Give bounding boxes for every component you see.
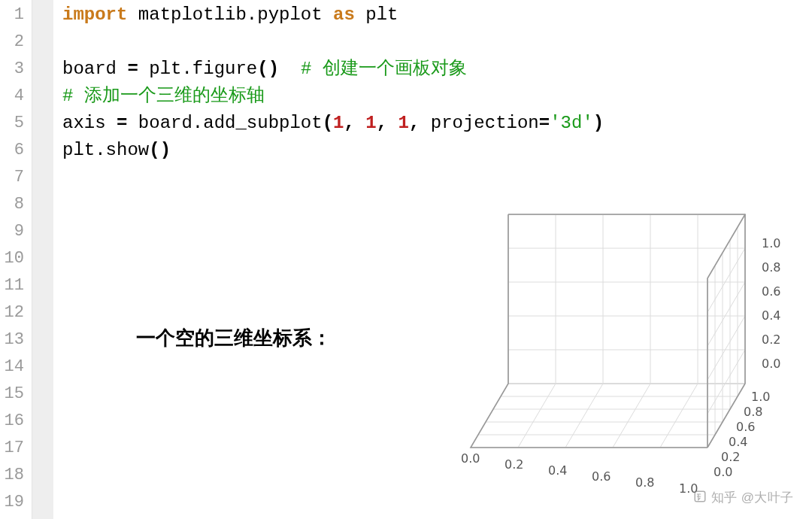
svg-line-11 [707, 350, 745, 414]
svg-line-18 [613, 384, 650, 448]
line-number: 10 [0, 245, 24, 272]
alias-name: plt [355, 5, 398, 25]
z-tick-label: 0.6 [762, 284, 780, 299]
svg-line-9 [707, 282, 745, 346]
line-number: 3 [0, 56, 24, 83]
code-line-3: board = plt.figure() # 创建一个画板对象 [62, 56, 812, 83]
paren-open: ( [323, 113, 333, 133]
y-tick-label: 0.4 [729, 435, 747, 449]
number-literal: 1 [398, 113, 409, 133]
line-number: 4 [0, 83, 24, 110]
kwarg-name: projection [431, 113, 539, 133]
code-line-6: plt.show() [62, 137, 812, 164]
operator-assign: = [117, 113, 127, 133]
call-name: plt.show [62, 140, 149, 160]
line-number: 11 [0, 272, 24, 299]
line-number: 13 [0, 326, 24, 354]
svg-line-10 [707, 316, 745, 380]
x-tick-label: 0.2 [504, 457, 523, 472]
line-number: 6 [0, 137, 24, 164]
module-name: matplotlib.pyplot [127, 5, 333, 25]
identifier: axis [62, 113, 117, 133]
y-tick-label: 1.0 [751, 390, 770, 404]
svg-line-16 [518, 384, 556, 448]
paren-open: ( [149, 140, 159, 160]
comma: , [344, 113, 365, 133]
matplotlib-3d-axes: 1.0 0.8 0.6 0.4 0.2 0.0 1.0 0.8 0.6 0.4 … [422, 196, 812, 511]
number-literal: 1 [365, 113, 376, 133]
code-editor: 12345678910111213141516171819 import mat… [0, 0, 812, 519]
code-line-5: axis = board.add_subplot(1, 1, 1, projec… [62, 110, 812, 137]
svg-line-17 [565, 384, 603, 448]
paren-open: ( [257, 59, 268, 79]
code-area: import matplotlib.pyplot as plt board = … [53, 0, 812, 519]
line-number: 19 [0, 489, 24, 516]
zhihu-icon [693, 490, 707, 507]
z-tick-label: 0.8 [762, 260, 780, 275]
operator-assign: = [539, 113, 550, 133]
identifier: board [62, 59, 127, 79]
comment: # 创建一个画板对象 [279, 59, 467, 79]
number-literal: 1 [333, 113, 344, 133]
gutter-separator [32, 0, 53, 519]
code-line-2 [62, 29, 812, 56]
z-tick-label: 1.0 [762, 236, 780, 250]
y-tick-label: 0.0 [714, 465, 732, 479]
y-tick-label: 0.8 [744, 405, 762, 419]
string-literal: '3d' [550, 113, 593, 133]
watermark: 知乎 @大叶子 [693, 489, 794, 507]
svg-line-8 [707, 248, 745, 312]
keyword-as: as [333, 5, 355, 25]
line-number: 8 [0, 191, 24, 218]
watermark-text: 知乎 @大叶子 [711, 490, 794, 505]
line-number-gutter: 12345678910111213141516171819 [0, 0, 32, 519]
line-number: 5 [0, 110, 24, 137]
x-tick-label: 0.8 [635, 475, 654, 490]
line-number: 14 [0, 354, 24, 381]
keyword-import: import [62, 5, 127, 25]
z-tick-label: 0.4 [762, 308, 780, 323]
comment: # 添加一个三维的坐标轴 [62, 86, 265, 106]
z-tick-label: 0.2 [762, 332, 780, 347]
code-line-1: import matplotlib.pyplot as plt [62, 2, 812, 29]
line-number: 9 [0, 218, 24, 245]
line-number: 18 [0, 462, 24, 489]
y-tick-label: 0.6 [736, 420, 755, 434]
line-number: 7 [0, 164, 24, 191]
paren-close: ) [160, 140, 171, 160]
figure-caption: 一个空的三维坐标系： [136, 325, 332, 351]
svg-line-19 [660, 384, 698, 448]
line-number: 2 [0, 29, 24, 56]
comma: , [409, 113, 431, 133]
code-line-4: # 添加一个三维的坐标轴 [62, 83, 812, 110]
paren-close: ) [268, 59, 279, 79]
z-tick-label: 0.0 [762, 357, 780, 371]
line-number: 15 [0, 381, 24, 408]
line-number: 12 [0, 299, 24, 326]
line-number: 17 [0, 435, 24, 462]
paren-close: ) [593, 113, 604, 133]
x-tick-label: 0.6 [592, 469, 611, 484]
comma: , [377, 113, 398, 133]
line-number: 1 [0, 2, 24, 29]
operator-assign: = [127, 59, 138, 79]
call-name: board.add_subplot [127, 113, 322, 133]
call-name: plt.figure [138, 59, 257, 79]
y-tick-label: 0.2 [721, 450, 740, 464]
line-number: 16 [0, 408, 24, 435]
x-tick-label: 0.4 [548, 463, 567, 478]
axes-svg [422, 196, 812, 511]
x-tick-label: 0.0 [461, 451, 480, 466]
